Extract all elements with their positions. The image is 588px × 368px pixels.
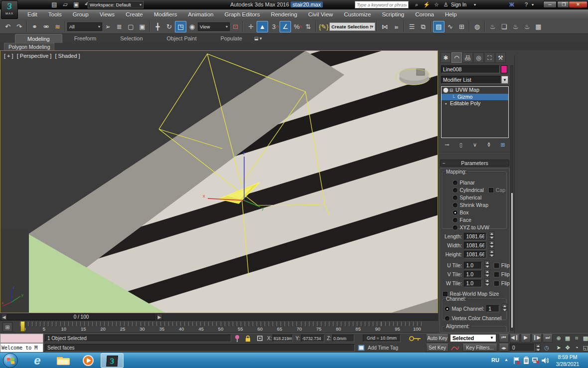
menu-item[interactable]: Modifiers — [148, 9, 183, 19]
render-production-icon[interactable]: ♨ — [510, 21, 521, 32]
edit-named-selection-sets-icon[interactable]: {✎} — [318, 21, 329, 32]
command-panel-scrollbar[interactable] — [510, 65, 513, 331]
ribbon-options-icon[interactable]: ⬓ ▾ — [254, 34, 262, 43]
select-by-name-icon[interactable]: ≣ — [114, 21, 125, 32]
open-file-icon[interactable]: ▱ — [61, 0, 70, 9]
ribbon-tab-freeform[interactable]: Freeform — [62, 34, 109, 43]
scrollbar-thumb[interactable] — [511, 193, 513, 328]
stack-row-gizmo[interactable]: └ Gizmo — [441, 94, 508, 101]
named-selection-set-dropdown[interactable]: Create Selection Set ▾ — [329, 22, 375, 31]
select-and-place-icon[interactable]: ✛ — [245, 21, 257, 32]
select-and-scale-icon[interactable]: ◳ — [175, 21, 186, 32]
play-button[interactable]: ▶ — [521, 334, 531, 343]
show-end-result-icon[interactable]: ▯ — [455, 141, 467, 149]
cap-checkbox[interactable] — [489, 188, 493, 192]
render-in-cloud-icon[interactable]: ▦ — [533, 21, 544, 32]
file-explorer-icon[interactable] — [55, 353, 72, 368]
map-channel-field[interactable] — [486, 305, 499, 312]
collapse-icon[interactable]: ⊟ — [448, 87, 454, 94]
communication-center-icon[interactable]: ⚡ — [423, 0, 431, 9]
key-filters-button[interactable]: Key Filters... — [462, 344, 497, 352]
height-spinner[interactable] — [489, 249, 494, 257]
radio-face[interactable] — [453, 218, 457, 222]
menu-item[interactable]: Graph Editors — [219, 9, 265, 19]
new-file-icon[interactable]: ▤ — [50, 0, 59, 9]
ribbon-tab-populate[interactable]: Populate — [208, 34, 254, 43]
sign-in-dropdown-icon[interactable]: ▾ — [472, 0, 477, 9]
minimize-button[interactable]: ─ — [543, 1, 557, 8]
network-status-icon[interactable] — [532, 357, 540, 365]
radio-map-channel[interactable] — [445, 307, 449, 311]
select-and-manipulate-icon[interactable]: ◉ — [186, 21, 198, 32]
menu-item[interactable]: Tools — [43, 9, 67, 19]
menu-item[interactable]: Rendering — [265, 9, 302, 19]
rendered-frame-window-icon[interactable]: ❏ — [498, 21, 510, 32]
real-world-map-size-checkbox[interactable] — [443, 292, 447, 296]
viewport-menu-shading[interactable]: [ Shaded ] — [55, 53, 80, 59]
select-object-icon[interactable]: ➢ — [102, 21, 114, 32]
show-hidden-icons-icon[interactable]: ▲ — [504, 358, 508, 362]
selection-lock-pin-icon[interactable] — [234, 335, 241, 342]
power-plug-icon[interactable] — [523, 357, 530, 365]
add-time-tag-label[interactable]: Add Time Tag — [368, 345, 398, 351]
menu-item[interactable]: Group — [67, 9, 94, 19]
radio-planar[interactable] — [453, 181, 457, 185]
length-field[interactable] — [464, 233, 486, 240]
mirror-icon[interactable]: ⋈ — [379, 21, 391, 32]
lightbulb-icon[interactable]: ⚪ — [443, 87, 448, 94]
field-of-view-icon[interactable]: ➤ — [555, 344, 563, 352]
viewport-menu-general[interactable]: [ + ] — [4, 53, 13, 59]
select-and-rotate-icon[interactable]: ↻ — [163, 21, 175, 32]
close-button[interactable]: ✕ — [569, 1, 588, 8]
radio-spherical[interactable] — [453, 195, 457, 200]
select-and-move-icon[interactable]: ╋ — [152, 21, 163, 32]
z-coord-field[interactable] — [332, 335, 354, 342]
material-editor-icon[interactable]: ◍ — [471, 21, 483, 32]
ribbon-tab-selection[interactable]: Selection — [108, 34, 154, 43]
layer-manager-icon[interactable]: ☰ — [406, 21, 418, 32]
select-and-link-icon[interactable]: ⚭ — [29, 21, 40, 32]
unlink-selection-icon[interactable]: ⚮ — [40, 21, 52, 32]
v-flip-checkbox[interactable] — [494, 272, 499, 277]
undo-scene-icon[interactable]: ↶ — [2, 21, 13, 32]
application-menu-button[interactable]: Ɜ MAX — [1, 0, 18, 19]
time-slider[interactable] — [20, 321, 25, 332]
curve-editor-icon[interactable]: ∿ — [444, 21, 456, 32]
3dsmax-taskbar-button[interactable]: Ɜ — [101, 353, 124, 368]
width-field[interactable] — [464, 242, 486, 249]
ribbon-tab-object-paint[interactable]: Object Paint — [155, 34, 209, 43]
next-frame-icon[interactable]: ▶ — [156, 314, 162, 320]
language-indicator[interactable]: RU — [491, 357, 499, 363]
set-keys-curve-icon[interactable] — [451, 344, 459, 352]
exchange-icon[interactable]: Ж — [507, 0, 516, 9]
parameters-rollout-header[interactable]: − Parameters — [440, 160, 509, 167]
menu-item[interactable]: Help — [440, 9, 462, 19]
spinner-snap-toggle-icon[interactable]: ⇅ — [302, 21, 314, 32]
favorites-star-icon[interactable]: ☆ — [433, 0, 441, 9]
menu-item[interactable]: Civil View — [302, 9, 338, 19]
radio-shrink-wrap[interactable] — [453, 203, 457, 207]
open-mini-curve-editor-icon[interactable]: ⊞ — [2, 322, 12, 332]
y-coord-field[interactable] — [301, 335, 324, 342]
go-to-end-button[interactable]: ⏭ — [543, 334, 553, 343]
stack-row-uvw-map[interactable]: ⚪⊟ UVW Map — [441, 87, 508, 94]
width-spinner[interactable] — [489, 240, 494, 248]
radio-xyz-to-uvw[interactable] — [453, 225, 457, 230]
media-player-icon[interactable] — [80, 353, 97, 368]
object-color-swatch[interactable] — [501, 65, 507, 73]
x-coord-field[interactable] — [273, 335, 293, 342]
tab-create[interactable]: ✱ — [441, 52, 451, 63]
use-pivot-point-center-icon[interactable]: ⊡ — [230, 21, 241, 32]
user-icon[interactable]: ♙ — [442, 0, 449, 9]
help-dropdown-icon[interactable]: ▾ — [530, 0, 535, 9]
menu-item[interactable]: Edit — [22, 9, 43, 19]
macro-recorder-pane[interactable] — [0, 334, 43, 343]
configure-modifier-sets-icon[interactable]: ⊞ — [497, 141, 509, 149]
zoom-extents-all-icon[interactable]: ▩ — [582, 334, 588, 342]
tab-hierarchy[interactable]: 品 — [462, 52, 473, 63]
pin-stack-icon[interactable]: ⊸ — [441, 141, 453, 149]
track-bar[interactable]: ⊞ 05101520253035404550556065707580859095… — [0, 321, 438, 333]
action-center-flag-icon[interactable] — [513, 357, 521, 365]
u-tile-field[interactable] — [464, 262, 482, 269]
modifier-list-dropdown-arrow-icon[interactable]: ▼ — [501, 76, 508, 84]
